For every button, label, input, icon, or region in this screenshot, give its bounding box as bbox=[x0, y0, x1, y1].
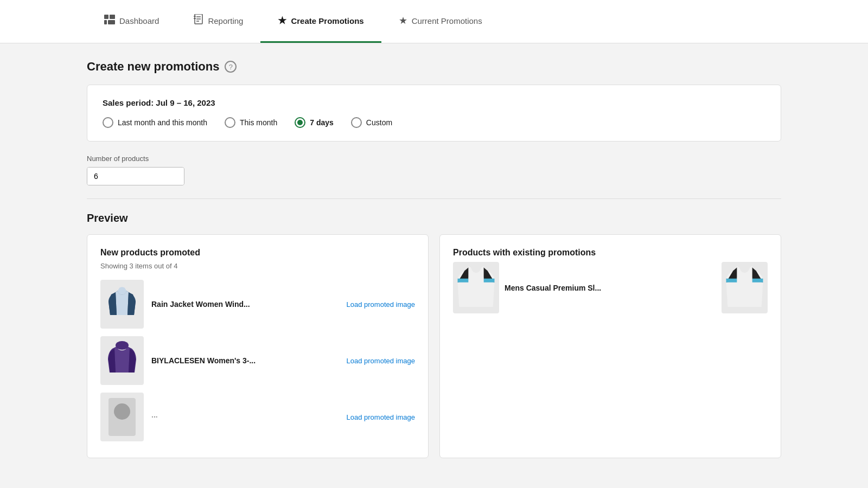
radio-outer-7-days bbox=[295, 117, 305, 128]
radio-label-this-month: This month bbox=[240, 118, 277, 127]
current-promotions-icon: ★ bbox=[399, 15, 407, 27]
existing-thumb-right bbox=[722, 262, 768, 313]
radio-label-7-days: 7 days bbox=[310, 118, 334, 127]
radio-group: Last month and this month This month 7 d… bbox=[103, 117, 765, 128]
radio-custom[interactable]: Custom bbox=[351, 117, 392, 128]
radio-label-last-month: Last month and this month bbox=[118, 118, 207, 127]
existing-products-card: Products with existing promotions bbox=[439, 234, 781, 458]
existing-image-left bbox=[453, 262, 499, 313]
nav-create-promotions[interactable]: ★ Create Promotions bbox=[260, 0, 381, 43]
load-promoted-image-1[interactable]: Load promoted image bbox=[347, 300, 415, 309]
create-promotions-icon: ★ bbox=[278, 15, 286, 27]
radio-label-custom: Custom bbox=[366, 118, 392, 127]
radio-inner-7-days bbox=[297, 120, 303, 125]
product-item-3: ··· Load promoted image bbox=[100, 393, 415, 441]
existing-item-1: Mens Casual Premium Sl... bbox=[453, 262, 768, 313]
nav-create-promotions-label: Create Promotions bbox=[291, 16, 363, 25]
new-products-title: New products promoted bbox=[100, 248, 415, 258]
preview-grid: New products promoted Showing 3 items ou… bbox=[87, 234, 781, 458]
nav-dashboard[interactable]: Dashboard bbox=[87, 0, 176, 43]
product-item-2: BIYLACLESEN Women's 3-... Load promoted … bbox=[100, 336, 415, 385]
product-thumb-1 bbox=[100, 280, 144, 329]
radio-this-month[interactable]: This month bbox=[225, 117, 277, 128]
product-image-1 bbox=[106, 282, 138, 326]
load-promoted-image-2[interactable]: Load promoted image bbox=[347, 357, 415, 365]
dashboard-icon bbox=[104, 15, 115, 27]
radio-outer-last-month bbox=[103, 117, 113, 128]
svg-point-10 bbox=[116, 341, 129, 350]
nav-current-promotions-label: Current Promotions bbox=[412, 16, 482, 25]
product-item-1: Rain Jacket Women Wind... Load promoted … bbox=[100, 280, 415, 329]
number-of-products-label: Number of products bbox=[87, 155, 781, 163]
product-thumb-3 bbox=[100, 393, 144, 441]
page-title: Create new promotions bbox=[87, 60, 219, 74]
existing-thumb-left bbox=[453, 262, 499, 313]
load-promoted-image-3[interactable]: Load promoted image bbox=[347, 413, 415, 421]
nav-dashboard-label: Dashboard bbox=[119, 16, 159, 25]
new-products-card: New products promoted Showing 3 items ou… bbox=[87, 234, 429, 458]
product-name-3: ··· bbox=[151, 413, 339, 421]
product-image-3 bbox=[106, 395, 138, 439]
nav-bar: Dashboard Reporting ★ Create Promotions … bbox=[0, 0, 868, 43]
number-of-products-input[interactable] bbox=[87, 168, 184, 185]
svg-rect-3 bbox=[108, 20, 115, 24]
divider bbox=[87, 198, 781, 199]
product-name-2: BIYLACLESEN Women's 3-... bbox=[151, 356, 339, 365]
nav-reporting-label: Reporting bbox=[208, 16, 243, 25]
help-icon[interactable]: ? bbox=[225, 61, 237, 73]
svg-rect-1 bbox=[110, 15, 115, 19]
main-content: Create new promotions ? Sales period: Ju… bbox=[0, 43, 868, 474]
svg-rect-2 bbox=[104, 20, 107, 24]
radio-outer-this-month bbox=[225, 117, 235, 128]
product-thumb-2 bbox=[100, 336, 144, 385]
product-name-1: Rain Jacket Women Wind... bbox=[151, 300, 339, 309]
number-of-products-input-row: ▲ ▼ bbox=[87, 167, 184, 185]
radio-last-month[interactable]: Last month and this month bbox=[103, 117, 207, 128]
product-image-2 bbox=[106, 339, 138, 382]
svg-rect-0 bbox=[104, 15, 108, 19]
sales-period-card: Sales period: Jul 9 – 16, 2023 Last mont… bbox=[87, 85, 781, 142]
svg-point-12 bbox=[114, 403, 130, 420]
nav-reporting[interactable]: Reporting bbox=[176, 0, 260, 43]
nav-current-promotions[interactable]: ★ Current Promotions bbox=[381, 0, 500, 43]
existing-product-name-1: Mens Casual Premium Sl... bbox=[505, 284, 716, 292]
radio-7-days[interactable]: 7 days bbox=[295, 117, 334, 128]
preview-title: Preview bbox=[87, 212, 781, 224]
existing-image-right bbox=[722, 262, 768, 313]
page-title-row: Create new promotions ? bbox=[87, 60, 781, 74]
existing-products-title: Products with existing promotions bbox=[453, 248, 768, 258]
sales-period-label: Sales period: Jul 9 – 16, 2023 bbox=[103, 98, 765, 107]
reporting-icon bbox=[194, 14, 203, 28]
radio-outer-custom bbox=[351, 117, 362, 128]
new-products-subtitle: Showing 3 items out of 4 bbox=[100, 262, 415, 270]
